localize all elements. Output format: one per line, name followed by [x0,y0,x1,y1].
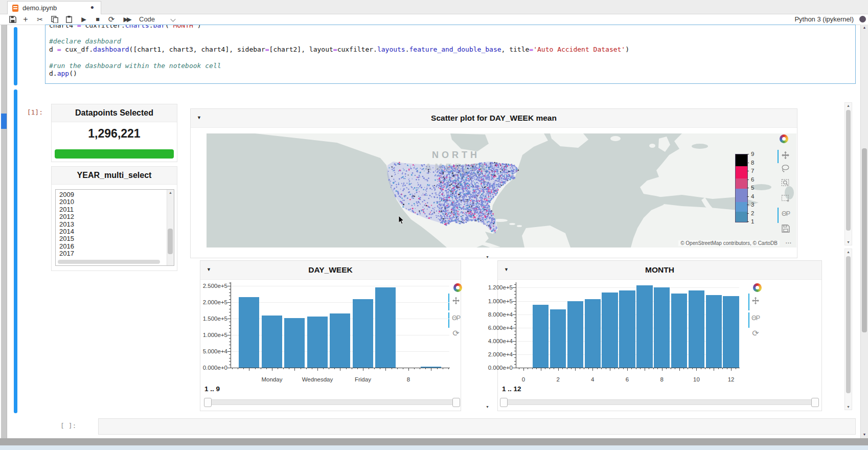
bar-month-8[interactable] [654,287,670,368]
scatter-point [500,165,501,166]
cell-type-dropdown[interactable]: Code [139,15,162,24]
inspect-tool-icon[interactable]: ΘΡ [450,314,462,322]
year-scroll-thumb[interactable] [168,229,173,254]
browser-scrollbar[interactable]: ▲ ▼ [860,25,868,438]
save-icon[interactable] [9,16,16,23]
year-option-2015[interactable]: 2015 [56,235,174,242]
empty-code-cell[interactable] [98,418,856,435]
bar-day_week-9[interactable] [421,367,441,368]
scroll-up-icon[interactable]: ▲ [845,250,852,254]
slider-handle-left[interactable] [204,398,212,407]
cut-cells-icon[interactable]: ✂ [36,15,44,24]
box-select-icon[interactable] [781,194,790,202]
add-cell-icon[interactable]: + [21,15,30,24]
year-multiselect[interactable]: 200920102011201220132014201520162017 ▲ [55,189,174,266]
scatter-point [453,183,454,184]
reset-tool-icon[interactable]: ⟳ [450,328,462,338]
scroll-thumb[interactable] [846,110,851,231]
bar-day_week-4[interactable] [307,317,328,368]
scroll-thumb[interactable] [846,256,851,393]
output-scrollbar-top[interactable]: ▲ ▼ [844,102,852,245]
year-option-2012[interactable]: 2012 [56,213,174,220]
tab-demo-ipynb[interactable]: demo.ipynb ● [7,1,101,14]
bar-month-5[interactable] [602,292,618,368]
bokeh-logo-icon[interactable] [453,283,462,292]
bar-month-7[interactable] [636,285,652,368]
bar-day_week-7[interactable] [375,287,396,368]
scatter-point [493,226,494,227]
run-cell-icon[interactable]: ▶ [80,15,88,24]
chevron-down-icon[interactable] [170,16,175,21]
map-tiles[interactable]: NORTH AMERICA [207,133,796,248]
scroll-down-icon[interactable]: ▼ [845,405,852,409]
bar-month-4[interactable] [585,299,601,368]
scatter-point [466,186,467,187]
bar-month-11[interactable] [706,295,722,368]
panel-scroll-down-icon[interactable]: ▼ [486,405,489,409]
year-options[interactable]: 200920102011201220132014201520162017 [56,190,174,258]
scroll-up-icon[interactable]: ▲ [845,104,852,107]
bar-day_week-2[interactable] [262,316,282,368]
bar-month-2[interactable] [550,309,566,368]
panel-scroll-down-icon[interactable]: ▼ [486,255,489,259]
slider-handle-left[interactable] [500,398,508,407]
pan-tool-icon[interactable] [452,297,460,305]
scroll-down-icon[interactable]: ▼ [861,433,868,436]
scroll-thumb[interactable] [862,148,867,332]
bar-day_week-1[interactable] [239,297,259,368]
stop-kernel-icon[interactable]: ■ [94,15,102,24]
unsaved-dot-icon[interactable]: ● [90,4,94,11]
kernel-status-icon[interactable] [859,16,866,22]
pan-tool-icon[interactable] [781,151,790,160]
scroll-up-icon[interactable]: ▲ [167,191,174,194]
cell-indicator-code[interactable] [14,27,17,85]
bar-day_week-5[interactable] [330,313,350,368]
box-zoom-icon[interactable] [781,178,790,187]
scatter-point [447,221,448,222]
year-option-2013[interactable]: 2013 [56,221,174,228]
slider-handle-right[interactable] [452,398,460,407]
x-tick [301,368,301,369]
pan-tool-icon[interactable] [751,297,760,305]
bar-month-12[interactable] [723,296,739,368]
year-option-2009[interactable]: 2009 [56,191,174,198]
kernel-label[interactable]: Python 3 (ipykernel) [794,15,854,23]
bar-month-1[interactable] [533,305,549,368]
bar-month-10[interactable] [689,290,704,368]
range-slider[interactable] [500,399,818,405]
reset-tool-icon[interactable]: ⟳ [750,328,761,338]
year-hscroll-thumb[interactable] [58,260,160,264]
code-cell[interactable]: chart4 = cuxfilter.charts.bar('MONTH') #… [45,25,856,84]
scatter-point [449,199,450,200]
map-attribution[interactable]: © OpenStreetMap contributors, © CartoDB [678,240,780,246]
paste-cells-icon[interactable] [65,15,73,23]
year-option-2017[interactable]: 2017 [56,250,174,257]
bokeh-logo-icon[interactable] [780,134,788,143]
output-scrollbar-bottom[interactable]: ▲ ▼ [844,249,852,410]
year-list-scrollbar[interactable]: ▲ [167,190,174,265]
year-option-2010[interactable]: 2010 [56,198,174,206]
year-option-2016[interactable]: 2016 [56,243,174,250]
toolbar-overflow-icon[interactable]: ⋯ [783,239,794,246]
inspect-tool-icon[interactable]: ΘΡ [780,210,791,217]
save-plot-icon[interactable] [782,224,790,233]
restart-kernel-icon[interactable]: ⟳ [107,15,116,24]
scroll-down-icon[interactable]: ▼ [845,240,852,244]
bar-day_week-6[interactable] [353,299,373,368]
slider-handle-right[interactable] [811,398,819,407]
bokeh-logo-icon[interactable] [753,283,762,292]
cell-indicator-output[interactable] [14,89,17,413]
year-option-2014[interactable]: 2014 [56,228,174,235]
run-all-icon[interactable]: ▶▶ [121,15,133,24]
bar-month-3[interactable] [567,301,583,368]
range-slider[interactable] [204,399,460,405]
year-option-2011[interactable]: 2011 [56,206,174,213]
inspect-tool-icon[interactable]: ΘΡ [750,314,761,322]
lasso-select-icon[interactable] [781,164,790,173]
bar-day_week-3[interactable] [284,318,305,368]
bar-month-9[interactable] [671,294,687,368]
scroll-up-icon[interactable]: ▲ [861,26,868,29]
code-editor[interactable]: chart4 = cuxfilter.charts.bar('MONTH') #… [49,25,629,78]
copy-cells-icon[interactable] [51,16,58,23]
bar-month-6[interactable] [619,290,635,368]
